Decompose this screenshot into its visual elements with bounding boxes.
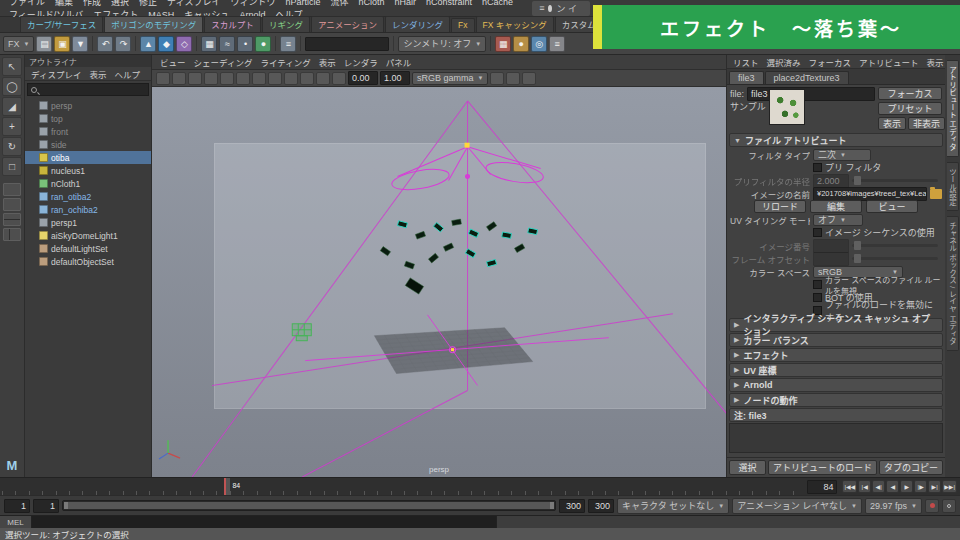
right-tab-0[interactable]: アトリビュート エディタ xyxy=(947,60,959,157)
hide-button[interactable]: 非表示 xyxy=(908,117,945,130)
search-input[interactable] xyxy=(40,84,145,95)
menu-item-3[interactable]: 選択 xyxy=(106,0,134,7)
select-camera-icon[interactable] xyxy=(156,72,170,85)
viewport-menu-3[interactable]: 表示 xyxy=(315,56,340,68)
safe-action-icon[interactable] xyxy=(332,72,346,85)
ae-section-3[interactable]: ▶UV 座標 xyxy=(729,363,943,377)
scale-tool[interactable]: □ xyxy=(2,157,22,176)
node-name-field[interactable]: file3 xyxy=(747,87,875,101)
lock-camera-icon[interactable] xyxy=(172,72,186,85)
current-frame-field[interactable]: 84 xyxy=(807,480,837,494)
two-d-pan-zoom-icon[interactable] xyxy=(236,72,250,85)
open-render-view-icon[interactable]: ▦ xyxy=(495,36,511,52)
outliner-item-aiSkyDomeLight1[interactable]: aiSkyDomeLight1 xyxy=(25,229,151,242)
presets-button[interactable]: プリセット xyxy=(878,102,942,115)
ae-tab-place2dTexture3[interactable]: place2dTexture3 xyxy=(765,71,849,84)
film-gate-icon[interactable] xyxy=(284,72,298,85)
use-image-sequence-checkbox[interactable] xyxy=(813,228,822,237)
step-back-frame-button[interactable]: |◀ xyxy=(858,480,871,493)
go-to-end-button[interactable]: ▶▶| xyxy=(942,480,957,493)
view-transform-dropdown[interactable]: sRGB gamma ▼ xyxy=(412,72,488,85)
outliner-item-front[interactable]: front xyxy=(25,125,151,138)
gamma-field[interactable]: 1.00 xyxy=(380,71,410,85)
ae-menu-4[interactable]: 表示 xyxy=(923,56,948,68)
uv-tiling-dropdown[interactable]: オフ ▼ xyxy=(813,214,863,226)
viewport-menu-0[interactable]: ビュー xyxy=(156,56,190,68)
menu-item-9[interactable]: nCloth xyxy=(354,0,390,7)
menu-item-6[interactable]: ウィンドウ xyxy=(225,0,280,7)
make-live-icon[interactable]: ● xyxy=(255,36,271,52)
image-name-field[interactable]: ¥201708¥images¥treed_tex¥Leaf03.png xyxy=(813,187,927,201)
resolution-gate-icon[interactable] xyxy=(300,72,314,85)
step-forward-key-button[interactable]: |▶ xyxy=(914,480,927,493)
outliner-item-ran_ochiba2[interactable]: ran_ochiba2 xyxy=(25,203,151,216)
shelf-tab-0[interactable]: カーブ/サーフェス xyxy=(20,16,103,32)
bookmark-icon[interactable] xyxy=(204,72,218,85)
viewport-canvas[interactable]: persp xyxy=(152,87,726,477)
ae-footer-button-0[interactable]: 選択 xyxy=(729,460,766,475)
section-file-attributes[interactable]: ▼ ファイル アトリビュート xyxy=(729,133,943,147)
ae-section-2[interactable]: ▶エフェクト xyxy=(729,348,943,362)
shelf-tab-6[interactable]: Fx xyxy=(451,18,474,32)
notes-section-header[interactable]: 注: file3 xyxy=(729,408,943,422)
auto-keyframe-toggle[interactable] xyxy=(925,499,939,513)
viewport-menu-1[interactable]: シェーディング xyxy=(190,56,257,68)
outliner-item-nucleus1[interactable]: nucleus1 xyxy=(25,164,151,177)
snap-to-point-icon[interactable]: • xyxy=(237,36,253,52)
layout-outliner-persp[interactable] xyxy=(3,228,21,241)
quick-selection-field[interactable] xyxy=(305,37,389,51)
outliner-item-persp1[interactable]: persp1 xyxy=(25,216,151,229)
lasso-select-tool[interactable]: ◯ xyxy=(2,77,22,96)
menu-item-1[interactable]: 編集 xyxy=(50,0,78,7)
shelf-tab-7[interactable]: FX キャッシング xyxy=(476,16,554,32)
sign-in-button[interactable]: ≡ サイン イン xyxy=(532,1,590,16)
frame-offset-field[interactable] xyxy=(813,252,849,266)
browse-folder-icon[interactable] xyxy=(930,189,942,199)
ae-scroll-area[interactable]: ▼ ファイル アトリビュート フィルタ タイプ 二次 ▼ プリ フィルタ xyxy=(727,132,945,457)
menu-item-5[interactable]: ディスプレイ xyxy=(162,0,225,7)
rotate-tool[interactable]: ↻ xyxy=(2,137,22,156)
image-plane-icon[interactable] xyxy=(220,72,234,85)
animation-end-field[interactable]: 300 xyxy=(588,499,614,513)
ae-menu-0[interactable]: リスト xyxy=(729,56,763,68)
view-button[interactable]: ビュー xyxy=(866,200,918,213)
save-scene-icon[interactable]: ▼ xyxy=(72,36,88,52)
ipr-render-icon[interactable]: ◎ xyxy=(531,36,547,52)
go-to-start-button[interactable]: |◀◀ xyxy=(842,480,857,493)
shelf-tab-4[interactable]: アニメーション xyxy=(311,16,384,32)
redo-icon[interactable]: ↷ xyxy=(115,36,131,52)
outliner-item-defaultLightSet[interactable]: defaultLightSet xyxy=(25,242,151,255)
play-backwards-button[interactable]: ◀ xyxy=(886,480,899,493)
menu-item-4[interactable]: 修正 xyxy=(134,0,162,7)
range-slider[interactable] xyxy=(62,500,556,511)
layout-two-pane-stacked[interactable] xyxy=(3,213,21,226)
grease-pencil-icon[interactable] xyxy=(252,72,266,85)
select-by-object-icon[interactable]: ◆ xyxy=(158,36,174,52)
command-input[interactable] xyxy=(32,516,496,528)
outliner-item-otiba[interactable]: otiba xyxy=(25,151,151,164)
paint-select-tool[interactable]: ◢ xyxy=(2,97,22,116)
animation-start-field[interactable]: 1 xyxy=(4,499,30,513)
layout-single-pane[interactable] xyxy=(3,183,21,196)
outliner-menu-0[interactable]: ディスプレイ xyxy=(27,68,85,80)
exposure-field[interactable]: 0.00 xyxy=(348,71,378,85)
menu-set-dropdown[interactable]: FX ▼ xyxy=(3,36,34,52)
mel-toggle-button[interactable]: MEL xyxy=(0,516,32,528)
menu-item-2[interactable]: 作成 xyxy=(78,0,106,7)
layout-two-pane-side[interactable] xyxy=(3,198,21,211)
prefilter-radius-slider[interactable] xyxy=(852,179,938,182)
viewport-menu-2[interactable]: ライティング xyxy=(256,56,314,68)
ae-footer-button-2[interactable]: タブのコピー xyxy=(879,460,943,475)
ae-section-4[interactable]: ▶Arnold xyxy=(729,378,943,392)
outliner-item-side[interactable]: side xyxy=(25,138,151,151)
current-time-marker[interactable]: 84 xyxy=(224,478,230,495)
shelf-tab-2[interactable]: スカルプト xyxy=(204,16,261,32)
menu-item-12[interactable]: nCache xyxy=(477,0,518,7)
right-tab-1[interactable]: ツール設定 xyxy=(947,162,959,212)
viewport-menu-5[interactable]: パネル xyxy=(382,56,416,68)
frame-offset-slider[interactable] xyxy=(852,257,938,260)
ignore-color-space-rules-checkbox[interactable] xyxy=(813,280,822,289)
isolate-select-icon[interactable] xyxy=(490,72,504,85)
symmetry-dropdown[interactable]: シンメトリ: オフ ▼ xyxy=(398,36,486,52)
xray-icon[interactable] xyxy=(506,72,520,85)
